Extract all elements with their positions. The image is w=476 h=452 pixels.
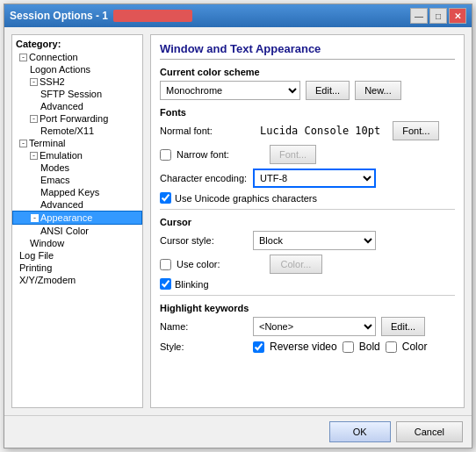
sidebar-item-label: Printing — [19, 262, 52, 273]
keyword-style-row: Style: Reverse video Bold Color — [160, 341, 455, 353]
unicode-checkbox-row: Use Unicode graphics characters — [160, 192, 455, 204]
sidebar-item-ssh2[interactable]: - SSH2 — [12, 75, 142, 88]
sidebar-item-label: SSH2 — [40, 76, 65, 87]
use-color-checkbox[interactable] — [160, 259, 171, 270]
sidebar-item-label: Appearance — [40, 212, 92, 223]
sidebar-item-label: Mapped Keys — [40, 187, 99, 197]
normal-font-btn[interactable]: Font... — [393, 121, 439, 140]
blinking-row: Blinking — [160, 278, 455, 290]
unicode-label: Use Unicode graphics characters — [175, 193, 317, 204]
blinking-checkbox[interactable] — [160, 278, 171, 290]
keyword-name-select[interactable]: <None> — [253, 317, 376, 336]
cursor-label: Cursor — [160, 217, 455, 227]
sidebar-item-logon-actions[interactable]: Logon Actions — [12, 63, 142, 75]
sidebar-item-mapped-keys[interactable]: Mapped Keys — [12, 186, 142, 198]
sidebar-item-emulation[interactable]: - Emulation — [12, 149, 142, 161]
sidebar-item-label: Modes — [40, 162, 69, 173]
char-encoding-label: Character encoding: — [160, 173, 248, 183]
session-options-window: Session Options - 1 — □ ✕ Category: - Co… — [4, 4, 472, 448]
sidebar-item-printing[interactable]: Printing — [12, 262, 142, 274]
sidebar-item-label: Window — [30, 238, 64, 248]
use-color-label: Use color: — [177, 259, 264, 269]
window-title: Session Options - 1 — [10, 10, 108, 22]
color-label: Color — [402, 341, 428, 353]
edit-color-btn[interactable]: Edit... — [306, 81, 350, 100]
expand-icon: - — [19, 140, 27, 147]
use-color-row: Use color: Color... — [160, 255, 455, 274]
unicode-checkbox[interactable] — [160, 192, 171, 204]
close-button[interactable]: ✕ — [449, 8, 466, 24]
color-scheme-label: Current color scheme — [160, 67, 455, 77]
color-checkbox[interactable] — [386, 341, 397, 353]
normal-font-row: Normal font: Lucida Console 10pt Font... — [160, 121, 455, 140]
title-bar-controls: — □ ✕ — [410, 8, 466, 24]
new-color-btn[interactable]: New... — [355, 81, 401, 100]
narrow-font-row: Narrow font: Font... — [160, 145, 455, 164]
sidebar-item-terminal[interactable]: - Terminal — [12, 137, 142, 149]
main-content: Category: - Connection Logon Actions - S… — [4, 27, 472, 415]
expand-icon: - — [19, 54, 27, 61]
sidebar-item-connection[interactable]: - Connection — [12, 51, 142, 63]
panel-title: Window and Text Appearance — [160, 42, 455, 60]
sidebar-item-label: SFTP Session — [40, 89, 102, 99]
sidebar-item-label: Advanced — [40, 101, 83, 111]
sidebar-item-label: Emacs — [40, 175, 70, 185]
bold-label: Bold — [359, 341, 380, 353]
sidebar-item-log-file[interactable]: Log File — [12, 249, 142, 262]
cursor-style-label: Cursor style: — [160, 235, 248, 246]
sidebar-item-window[interactable]: Window — [12, 237, 142, 249]
color-btn[interactable]: Color... — [270, 255, 322, 274]
maximize-button[interactable]: □ — [429, 8, 447, 24]
sidebar-item-ansi-color[interactable]: ANSI Color — [12, 225, 142, 237]
expand-icon: - — [30, 152, 38, 160]
expand-icon: - — [31, 214, 39, 222]
char-encoding-select[interactable]: UTF-8 ISO-8859-1 ASCII — [253, 169, 376, 188]
keyword-name-label: Name: — [160, 321, 248, 332]
sidebar: Category: - Connection Logon Actions - S… — [11, 34, 143, 408]
right-panel: Window and Text Appearance Current color… — [150, 34, 465, 408]
sidebar-item-sftp-session[interactable]: SFTP Session — [12, 88, 142, 100]
narrow-font-label: Narrow font: — [177, 149, 264, 160]
blinking-label: Blinking — [175, 279, 209, 290]
expand-icon: - — [30, 115, 38, 123]
sidebar-item-label: Remote/X11 — [40, 126, 94, 136]
fonts-label: Fonts — [160, 107, 455, 118]
narrow-font-btn[interactable]: Font... — [270, 145, 316, 164]
bold-checkbox[interactable] — [343, 341, 354, 353]
sidebar-item-xyz-modem[interactable]: X/Y/Zmodem — [12, 274, 142, 286]
expand-icon: - — [30, 78, 38, 86]
normal-font-display: Lucida Console 10pt — [253, 123, 387, 139]
keyword-edit-btn[interactable]: Edit... — [381, 317, 425, 336]
sidebar-item-advanced2[interactable]: Advanced — [12, 198, 142, 211]
title-redacted — [113, 10, 192, 22]
sidebar-item-emacs[interactable]: Emacs — [12, 174, 142, 186]
cursor-style-select[interactable]: Block Underline Vertical Bar — [253, 231, 376, 250]
narrow-font-checkbox[interactable] — [160, 149, 171, 161]
sidebar-item-advanced[interactable]: Advanced — [12, 100, 142, 112]
title-bar-text: Session Options - 1 — [10, 10, 192, 22]
reverse-video-label: Reverse video — [270, 341, 337, 353]
color-scheme-select[interactable]: Monochrome Traditional Dark — [160, 81, 300, 100]
sidebar-item-label: ANSI Color — [40, 226, 89, 236]
minimize-button[interactable]: — — [410, 8, 428, 24]
highlight-keywords-label: Highlight keywords — [160, 303, 455, 313]
sidebar-item-port-forwarding[interactable]: - Port Forwarding — [12, 112, 142, 125]
title-bar: Session Options - 1 — □ ✕ — [4, 4, 472, 27]
keyword-name-row: Name: <None> Edit... — [160, 317, 455, 336]
sidebar-item-remote-x11[interactable]: Remote/X11 — [12, 125, 142, 137]
sidebar-item-appearance[interactable]: - Appearance — [12, 211, 142, 225]
sidebar-item-label: Emulation — [40, 150, 83, 161]
cancel-button[interactable]: Cancel — [396, 421, 463, 442]
sidebar-item-label: Terminal — [29, 138, 66, 148]
sidebar-item-modes[interactable]: Modes — [12, 161, 142, 174]
sidebar-item-label: Connection — [29, 52, 78, 62]
ok-button[interactable]: OK — [329, 421, 391, 442]
sidebar-item-label: Port Forwarding — [40, 113, 108, 124]
char-encoding-row: Character encoding: UTF-8 ISO-8859-1 ASC… — [160, 169, 455, 188]
sidebar-item-label: Advanced — [40, 199, 83, 210]
sidebar-item-label: Logon Actions — [30, 64, 90, 75]
cursor-style-row: Cursor style: Block Underline Vertical B… — [160, 231, 455, 250]
reverse-video-checkbox[interactable] — [253, 341, 264, 353]
normal-font-label: Normal font: — [160, 126, 248, 136]
footer: OK Cancel — [4, 415, 472, 448]
